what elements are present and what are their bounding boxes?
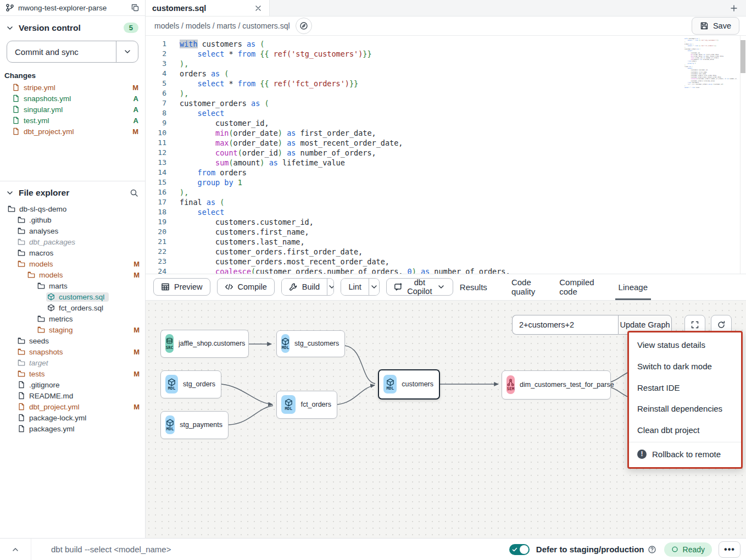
lineage-node-customers[interactable]: MDL customers xyxy=(378,369,440,400)
code-content[interactable]: with customers as ( select * from {{ ref… xyxy=(174,36,746,274)
tree-item-models[interactable]: models M xyxy=(0,269,145,280)
tree-item-seeds[interactable]: seeds xyxy=(0,335,145,346)
chevron-down-icon[interactable] xyxy=(5,188,14,197)
more-options-button[interactable]: ••• xyxy=(719,541,741,558)
navigate-compass-button[interactable] xyxy=(296,18,312,34)
save-icon xyxy=(700,21,709,30)
tree-item--github[interactable]: .github xyxy=(0,214,145,225)
commit-options-caret[interactable] xyxy=(116,41,138,62)
code-line: select xyxy=(180,207,746,217)
lineage-node-fct-orders[interactable]: MDL fct_orders xyxy=(276,391,337,419)
folder-icon xyxy=(18,348,25,356)
lineage-panel[interactable]: SRC jaffle_shop.customersMDL stg_custome… xyxy=(146,301,746,539)
wrench-icon xyxy=(289,282,298,291)
tree-item-staging[interactable]: staging M xyxy=(0,324,145,335)
tab-compiled-code[interactable]: Compiled code xyxy=(559,274,594,300)
node-label: stg_orders xyxy=(183,380,215,388)
file-icon xyxy=(12,106,20,113)
lint-split-button: Lint xyxy=(341,278,379,296)
new-tab-button[interactable] xyxy=(722,0,746,16)
node-label: customers xyxy=(402,380,433,388)
editor-minimap[interactable]: with customers as ( select * from {{ ref… xyxy=(684,38,737,159)
help-icon[interactable] xyxy=(648,545,656,554)
context-menu: View status detailsSwitch to dark modeRe… xyxy=(627,331,743,469)
build-button[interactable]: Build xyxy=(282,279,327,295)
copy-branch-icon[interactable] xyxy=(131,3,140,12)
tree-item-customers-sql[interactable]: customers.sql xyxy=(0,291,145,302)
lineage-node-dim-customers-test-for-parse[interactable]: SEM dim_customers_test_for_parse xyxy=(502,370,611,400)
tree-item-models[interactable]: models M xyxy=(0,258,145,269)
lint-options-caret[interactable] xyxy=(369,279,379,295)
sem-node-icon: SEM xyxy=(506,375,515,394)
copilot-icon xyxy=(394,282,403,291)
menu-item-view-status-details[interactable]: View status details xyxy=(629,335,741,356)
code-line: select * from {{ ref('stg_customers')}} xyxy=(180,49,746,59)
lint-label: Lint xyxy=(348,282,361,291)
command-input[interactable]: dbt build --select <model_name> xyxy=(31,539,509,560)
lineage-node-stg-orders[interactable]: MDL stg_orders xyxy=(160,370,221,398)
code-line: orders as ( xyxy=(180,69,746,79)
changed-file-row[interactable]: singular.yml A xyxy=(0,104,145,115)
lineage-node-stg-payments[interactable]: MDL stg_payments xyxy=(160,411,229,439)
changed-file-name: stripe.yml xyxy=(24,84,129,92)
dbt-copilot-button[interactable]: dbt Copilot xyxy=(386,278,453,296)
tab-code-quality[interactable]: Code quality xyxy=(511,274,535,300)
tab-lineage[interactable]: Lineage xyxy=(619,274,648,300)
menu-item-reinstall-dependencies[interactable]: Reinstall dependencies xyxy=(629,398,741,420)
tab-customers-sql[interactable]: customers.sql xyxy=(146,0,270,16)
tree-item-snapshots[interactable]: snapshots M xyxy=(0,346,145,357)
src-node-icon: SRC xyxy=(165,334,174,353)
menu-item-switch-to-dark-mode[interactable]: Switch to dark mode xyxy=(629,356,741,377)
tree-item-target[interactable]: target xyxy=(0,357,145,368)
changed-file-row[interactable]: test.yml A xyxy=(0,115,145,126)
tree-item-readme-md[interactable]: README.md xyxy=(0,390,145,401)
expand-icon xyxy=(691,320,699,329)
changed-file-row[interactable]: dbt_project.yml M xyxy=(0,126,145,137)
node-label: jaffle_shop.customers xyxy=(179,340,245,347)
status-badge[interactable]: Ready xyxy=(664,542,712,557)
lineage-node-jaffle-shop-customers[interactable]: SRC jaffle_shop.customers xyxy=(160,330,249,358)
tree-item-tests[interactable]: tests M xyxy=(0,368,145,379)
menu-item-restart-ide[interactable]: Restart IDE xyxy=(629,377,741,398)
commit-and-sync-button[interactable]: Commit and sync xyxy=(7,41,116,62)
tree-item-marts[interactable]: marts xyxy=(0,280,145,291)
tree-item-macros[interactable]: macros xyxy=(0,247,145,258)
menu-item-label: Rollback to remote xyxy=(652,450,721,459)
tree-item-analyses[interactable]: analyses xyxy=(0,225,145,236)
editor-scrollbar[interactable] xyxy=(740,36,746,274)
code-line: customers.last_name, xyxy=(180,237,746,247)
build-options-caret[interactable] xyxy=(327,279,334,295)
lint-button[interactable]: Lint xyxy=(341,279,368,295)
code-line: customer_orders.most_recent_order_date, xyxy=(180,257,746,267)
search-icon[interactable] xyxy=(130,188,138,197)
menu-item-label: View status details xyxy=(637,340,705,350)
changed-file-row[interactable]: snapshots.yml A xyxy=(0,93,145,104)
compile-button[interactable]: Compile xyxy=(217,278,275,296)
tree-item-packages-yml[interactable]: packages.yml xyxy=(0,423,145,434)
changed-file-name: singular.yml xyxy=(24,106,130,114)
code-line: ), xyxy=(180,88,746,98)
editor-scrollbar-thumb[interactable] xyxy=(741,40,745,73)
tree-item-dbt-packages[interactable]: dbt_packages xyxy=(0,236,145,247)
tree-item--gitignore[interactable]: .gitignore xyxy=(0,379,145,390)
menu-item-rollback-to-remote[interactable]: !Rollback to remote xyxy=(629,443,741,465)
expand-panel-caret[interactable] xyxy=(0,539,31,560)
folder-icon xyxy=(18,238,25,246)
tree-item-db-sl-qs-demo[interactable]: db-sl-qs-demo xyxy=(0,203,145,214)
tree-item-metrics[interactable]: metrics xyxy=(0,313,145,324)
tree-item-dbt-project-yml[interactable]: dbt_project.yml M xyxy=(0,401,145,412)
menu-item-clean-dbt-project[interactable]: Clean dbt project xyxy=(629,419,741,441)
save-button[interactable]: Save xyxy=(692,17,739,35)
defer-toggle[interactable] xyxy=(509,544,530,555)
changed-file-row[interactable]: stripe.yml M xyxy=(0,82,145,93)
tab-results[interactable]: Results xyxy=(460,274,487,300)
lineage-filter-input[interactable]: 2+customers+2 xyxy=(512,315,618,335)
tree-item-label: snapshots xyxy=(29,348,63,356)
preview-button[interactable]: Preview xyxy=(153,278,210,296)
lineage-node-stg-customers[interactable]: MDL stg_customers xyxy=(276,330,345,357)
tree-item-fct-orders-sql[interactable]: fct_orders.sql xyxy=(0,302,145,313)
code-editor[interactable]: 1234567891011121314151617181920212223242… xyxy=(146,36,746,274)
tree-item-package-lock-yml[interactable]: package-lock.yml xyxy=(0,412,145,423)
close-icon[interactable] xyxy=(254,4,263,13)
chevron-down-icon[interactable] xyxy=(5,24,14,32)
